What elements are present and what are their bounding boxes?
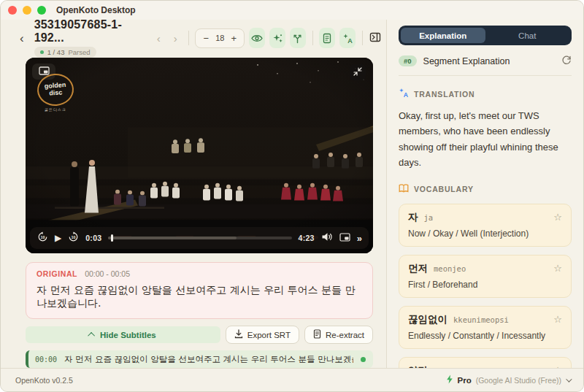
skip-forward-10-button[interactable]: 10: [68, 231, 79, 245]
volume-button[interactable]: [321, 232, 333, 244]
parse-status-badge: 1 / 43 Parsed: [34, 47, 96, 58]
translation-section-header: A TRANSLATION: [399, 88, 572, 101]
plan-label: Pro: [458, 376, 472, 385]
back-button[interactable]: ‹: [15, 31, 28, 46]
translate-blue-icon: A: [399, 88, 409, 101]
panel-tabbar: Explanation Chat: [399, 26, 572, 45]
golden-disc-watermark: golden disc 골든디스크: [34, 74, 77, 112]
play-icon: ▶: [55, 233, 61, 243]
video-frame: [26, 58, 373, 253]
panel-toggle-icon: [369, 32, 381, 45]
video-title: 35319057685-1-192...: [34, 18, 144, 45]
regenerate-button[interactable]: [561, 55, 572, 67]
favorite-star-button[interactable]: ☆: [553, 264, 562, 273]
original-label: ORIGINAL: [36, 269, 77, 278]
subtitle-row[interactable]: 00:00 자 먼저 요즘 끊임없이 앙탈을 선보여주고 계시는 우리 투어스 …: [26, 350, 373, 368]
hide-subtitles-label: Hide Subtitles: [100, 331, 156, 339]
chevron-down-icon: [566, 376, 572, 382]
translation-text: Okay, first up, let's meet our TWS membe…: [399, 108, 572, 171]
vocab-romanization: kkeunimeopsi: [453, 315, 548, 324]
vocab-word: 끊임없이: [408, 313, 447, 326]
segment-count: 1 / 43: [47, 48, 65, 56]
tab-chat[interactable]: Chat: [485, 28, 570, 43]
app-version: OpenKoto v0.2.5: [15, 376, 73, 385]
close-window-button[interactable]: [8, 6, 17, 15]
tab-explanation[interactable]: Explanation: [401, 28, 485, 43]
titlebar: OpenKoto Desktop: [1, 1, 583, 20]
segment-title: Segment Explanation: [423, 56, 555, 66]
pip-control-button[interactable]: [339, 233, 350, 244]
title-block: 35319057685-1-192... 1 / 43 Parsed: [34, 18, 144, 58]
visibility-toggle-button[interactable]: [249, 28, 265, 48]
font-size-decrease-button[interactable]: −: [199, 32, 213, 45]
explanation-panel: Explanation Chat #0 Segment Explanation …: [386, 20, 583, 368]
svg-text:A: A: [347, 36, 353, 44]
zoom-window-button[interactable]: [37, 6, 46, 15]
play-button[interactable]: ▶: [55, 233, 61, 243]
video-player[interactable]: golden disc 골든디스크 10 ▶ 10 0:03: [26, 58, 373, 253]
book-icon: [399, 182, 409, 196]
toggle-sidebar-button[interactable]: [369, 28, 382, 47]
vocab-romanization: meonjeo: [434, 264, 548, 273]
ai-explain-button[interactable]: [269, 28, 285, 48]
download-icon: [234, 329, 243, 340]
seek-bar[interactable]: [108, 237, 291, 239]
window-title: OpenKoto Desktop: [56, 5, 136, 15]
transcript-document-button[interactable]: [319, 28, 335, 48]
original-header: ORIGINAL 00:00 - 00:05: [36, 269, 362, 278]
subtitle-text: 자 먼저 요즘 끊임없이 앙탈을 선보여주고 계시는 우리 투어스 분들 만나보…: [64, 354, 353, 365]
model-selector[interactable]: Pro (Google AI Studio (Free)): [446, 374, 570, 387]
skip-back-10-icon: 10: [37, 231, 48, 245]
current-time: 0:03: [85, 234, 101, 242]
active-subtitle-dot-icon: [361, 357, 366, 362]
sparkles-icon: [272, 33, 283, 44]
svg-text:A: A: [404, 91, 408, 98]
vocab-word: 자: [408, 211, 418, 224]
seek-bar-loaded: [108, 237, 237, 239]
vocab-romanization: ja: [424, 213, 548, 222]
eye-icon: [251, 34, 263, 43]
seek-bar-thumb[interactable]: [111, 234, 113, 242]
vocab-card: 양탈 angtal ☆ Playful whining / Grumbling …: [399, 357, 572, 368]
font-size-value: 18: [213, 34, 226, 42]
main-area: ‹ 35319057685-1-192... 1 / 43 Parsed ‹ ›…: [1, 20, 583, 368]
segment-header: #0 Segment Explanation: [399, 55, 572, 76]
next-segment-button[interactable]: ›: [169, 31, 182, 45]
font-size-increase-button[interactable]: +: [226, 32, 241, 45]
branch-button[interactable]: [290, 28, 306, 48]
hide-subtitles-button[interactable]: Hide Subtitles: [26, 326, 220, 343]
translate-icon: A: [342, 33, 353, 44]
translation-heading: TRANSLATION: [414, 90, 474, 99]
traffic-lights: [8, 6, 46, 15]
vocab-meaning: Endlessly / Constantly / Incessantly: [408, 331, 562, 341]
skip-forward-10-icon: 10: [68, 231, 79, 245]
playback-speed-button[interactable]: »: [357, 233, 361, 244]
collapse-icon: [353, 66, 362, 79]
original-text: 자 먼저 요즘 끊임없이 앙탈을 선보여주고 계시는 우리 투어스 분들 만나보…: [36, 284, 362, 310]
export-srt-label: Export SRT: [247, 331, 291, 339]
parsed-dot-icon: [40, 50, 44, 54]
provider-label: (Google AI Studio (Free)): [476, 376, 561, 385]
font-size-stepper: − 18 +: [195, 28, 245, 48]
panel-content: A TRANSLATION Okay, first up, let's meet…: [387, 76, 583, 368]
double-chevron-icon: »: [357, 233, 361, 244]
original-subtitle-card: ORIGINAL 00:00 - 00:05 자 먼저 요즘 끊임없이 앙탈을 …: [26, 262, 373, 319]
translate-button[interactable]: A: [339, 28, 356, 48]
collapse-video-button[interactable]: [350, 64, 366, 80]
favorite-star-button[interactable]: ☆: [553, 315, 562, 324]
refresh-icon: [561, 55, 572, 67]
status-bar: OpenKoto v0.2.5 Pro (Google AI Studio (F…: [1, 368, 583, 391]
svg-text:10: 10: [72, 235, 76, 239]
minimize-window-button[interactable]: [23, 6, 31, 15]
left-pane: ‹ 35319057685-1-192... 1 / 43 Parsed ‹ ›…: [1, 20, 386, 368]
favorite-star-button[interactable]: ☆: [553, 212, 562, 222]
prev-segment-button[interactable]: ‹: [153, 31, 165, 45]
toolbar: ‹ 35319057685-1-192... 1 / 43 Parsed ‹ ›…: [15, 23, 386, 53]
vocabulary-heading: VOCABULARY: [414, 185, 474, 193]
export-srt-button[interactable]: Export SRT: [226, 326, 299, 344]
skip-back-10-button[interactable]: 10: [37, 231, 48, 245]
vocab-meaning: First / Beforehand: [408, 280, 562, 290]
vocab-meaning: Now / Okay / Well (Interjection): [408, 228, 562, 239]
player-controls: 10 ▶ 10 0:03 4:23: [30, 227, 369, 249]
reextract-button[interactable]: Re-extract: [304, 326, 373, 344]
